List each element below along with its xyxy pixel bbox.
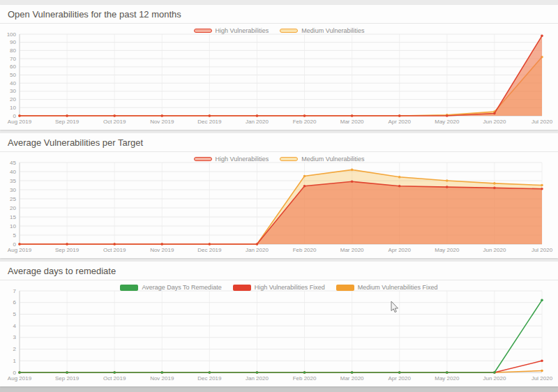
svg-text:6: 6 (13, 299, 17, 306)
svg-text:Jul 2020: Jul 2020 (531, 247, 553, 253)
chart-legend: High Vulnerabilities Medium Vulnerabilit… (0, 156, 558, 163)
svg-text:2: 2 (13, 346, 17, 352)
svg-text:Nov 2019: Nov 2019 (150, 247, 174, 253)
svg-text:3: 3 (13, 334, 17, 340)
legend-item-medium-vulnerabilities[interactable]: Medium Vulnerabilities (280, 27, 364, 34)
svg-text:Feb 2020: Feb 2020 (293, 375, 317, 382)
svg-text:Mar 2020: Mar 2020 (340, 247, 364, 253)
average-days-chart[interactable]: Average Days To Remediate High Vulnerabi… (0, 280, 558, 386)
legend-swatch-high-fixed (233, 285, 251, 291)
svg-text:Jul 2020: Jul 2020 (531, 119, 553, 125)
svg-text:60: 60 (10, 63, 16, 70)
svg-text:Nov 2019: Nov 2019 (150, 375, 174, 382)
legend-label: High Vulnerabilities (216, 27, 269, 34)
legend-label: High Vulnerabilities Fixed (255, 284, 325, 291)
legend-swatch-average-days (120, 285, 138, 291)
svg-text:May 2020: May 2020 (435, 247, 460, 253)
svg-text:Sep 2019: Sep 2019 (55, 247, 80, 253)
svg-text:Oct 2019: Oct 2019 (103, 375, 126, 382)
legend-swatch-high (194, 157, 212, 161)
chart-title-average-vulnerabilities: Average Vulnerabilities per Target (0, 133, 558, 152)
legend-label: Medium Vulnerabilities (301, 27, 364, 34)
svg-text:25: 25 (10, 196, 16, 202)
svg-text:Jun 2020: Jun 2020 (483, 375, 506, 382)
svg-text:Jul 2020: Jul 2020 (531, 375, 553, 382)
svg-text:Sep 2019: Sep 2019 (55, 119, 80, 125)
legend-item-high-vulnerabilities[interactable]: High Vulnerabilities (194, 156, 269, 163)
legend-label: Average Days To Remediate (142, 284, 221, 291)
legend-swatch-medium (280, 157, 298, 161)
svg-text:4: 4 (13, 323, 17, 329)
svg-text:Apr 2020: Apr 2020 (388, 375, 411, 382)
svg-text:Feb 2020: Feb 2020 (293, 119, 317, 125)
svg-text:Jan 2020: Jan 2020 (246, 247, 269, 253)
legend-item-medium-vulnerabilities[interactable]: Medium Vulnerabilities (280, 156, 364, 163)
svg-text:10: 10 (10, 223, 16, 229)
svg-text:5: 5 (13, 311, 17, 317)
svg-text:70: 70 (10, 56, 16, 62)
svg-text:30: 30 (10, 187, 16, 193)
svg-text:20: 20 (10, 205, 16, 211)
svg-text:Dec 2019: Dec 2019 (197, 247, 222, 253)
svg-text:May 2020: May 2020 (435, 375, 460, 382)
svg-text:30: 30 (10, 88, 16, 94)
vulnerability-dashboard: Open Vulnerabilities for the past 12 mon… (0, 0, 558, 386)
svg-text:Dec 2019: Dec 2019 (197, 375, 222, 382)
mouse-cursor (391, 301, 399, 313)
chart-legend: High Vulnerabilities Medium Vulnerabilit… (0, 27, 558, 34)
svg-text:20: 20 (10, 96, 16, 103)
legend-swatch-high (194, 29, 212, 33)
svg-text:10: 10 (10, 105, 16, 111)
legend-label: High Vulnerabilities (216, 156, 269, 163)
average-vulnerabilities-chart[interactable]: High Vulnerabilities Medium Vulnerabilit… (0, 152, 558, 258)
legend-item-high-fixed[interactable]: High Vulnerabilities Fixed (233, 284, 325, 291)
svg-text:Oct 2019: Oct 2019 (103, 119, 126, 125)
svg-text:Jun 2020: Jun 2020 (483, 119, 506, 125)
svg-text:35: 35 (10, 178, 16, 184)
svg-text:Sep 2019: Sep 2019 (55, 375, 80, 382)
open-vulnerabilities-chart[interactable]: High Vulnerabilities Medium Vulnerabilit… (0, 24, 558, 130)
svg-text:Jan 2020: Jan 2020 (246, 119, 269, 125)
svg-text:Jun 2020: Jun 2020 (483, 247, 506, 253)
svg-text:Aug 2019: Aug 2019 (8, 119, 32, 125)
svg-text:Feb 2020: Feb 2020 (293, 247, 317, 253)
svg-text:Aug 2019: Aug 2019 (8, 375, 32, 382)
svg-text:Mar 2020: Mar 2020 (340, 119, 364, 125)
svg-text:Oct 2019: Oct 2019 (103, 247, 126, 253)
legend-item-high-vulnerabilities[interactable]: High Vulnerabilities (194, 27, 269, 34)
chart-title-open-vulnerabilities: Open Vulnerabilities for the past 12 mon… (0, 5, 558, 24)
svg-text:90: 90 (10, 39, 16, 45)
legend-swatch-medium (280, 29, 298, 33)
svg-text:Dec 2019: Dec 2019 (197, 119, 222, 125)
svg-text:1: 1 (13, 358, 17, 364)
card-average-vulnerabilities-per-target: Average Vulnerabilities per Target High … (0, 133, 558, 258)
legend-item-average-days[interactable]: Average Days To Remediate (120, 284, 221, 291)
legend-item-medium-fixed[interactable]: Medium Vulnerabilities Fixed (336, 284, 438, 291)
svg-text:May 2020: May 2020 (435, 119, 460, 125)
card-open-vulnerabilities: Open Vulnerabilities for the past 12 mon… (0, 5, 558, 130)
svg-text:5: 5 (13, 232, 17, 239)
chart-legend: Average Days To Remediate High Vulnerabi… (0, 284, 558, 291)
chart-title-average-days: Average days to remediate (0, 262, 558, 280)
card-average-days-to-remediate: Average days to remediate Average Days T… (0, 262, 558, 386)
svg-text:Jan 2020: Jan 2020 (246, 375, 269, 382)
legend-swatch-medium-fixed (336, 285, 354, 291)
svg-text:Aug 2019: Aug 2019 (8, 247, 32, 253)
svg-text:40: 40 (10, 80, 16, 86)
svg-text:15: 15 (10, 214, 16, 220)
svg-text:Apr 2020: Apr 2020 (388, 119, 411, 125)
svg-text:Nov 2019: Nov 2019 (150, 119, 174, 125)
legend-label: Medium Vulnerabilities (301, 156, 364, 163)
svg-text:40: 40 (10, 169, 16, 175)
svg-text:Apr 2020: Apr 2020 (388, 247, 411, 253)
legend-label: Medium Vulnerabilities Fixed (358, 284, 438, 291)
svg-text:Mar 2020: Mar 2020 (340, 375, 364, 382)
svg-text:50: 50 (10, 72, 16, 78)
svg-text:80: 80 (10, 47, 16, 54)
